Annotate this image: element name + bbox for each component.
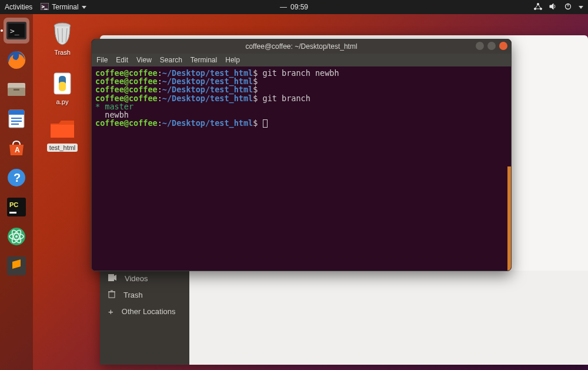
window-minimize-button[interactable] xyxy=(476,42,484,50)
files-app-icon[interactable] xyxy=(4,76,29,102)
app-menu[interactable]: >_ Terminal xyxy=(41,3,86,12)
apy-label: a.py xyxy=(54,98,71,106)
software-center-app-icon[interactable]: A xyxy=(4,135,29,161)
launcher-dock: >_ A ? PC xyxy=(0,14,33,370)
files-sidebar: Videos Trash + Other Locations xyxy=(100,271,189,365)
svg-text:?: ? xyxy=(14,171,21,184)
clock-separator: — xyxy=(280,3,287,11)
trash-icon xyxy=(49,21,75,47)
sidebar-item-trash[interactable]: Trash xyxy=(100,286,189,304)
terminal-command: git branch newbh xyxy=(258,68,339,78)
terminal-menubar: File Edit View Search Terminal Help xyxy=(92,54,511,66)
svg-rect-13 xyxy=(14,89,19,91)
test-html-label: test_html xyxy=(47,144,78,152)
svg-rect-15 xyxy=(9,110,24,115)
clock[interactable]: — 09:59 xyxy=(280,3,308,11)
app-menu-label: Terminal xyxy=(52,3,78,11)
pycharm-app-icon[interactable]: PC xyxy=(4,194,29,220)
clock-time: 09:59 xyxy=(290,3,308,11)
terminal-window[interactable]: coffee@coffee: ~/Desktop/test_html File … xyxy=(91,39,512,271)
folder-icon xyxy=(49,116,75,142)
trash-label: Trash xyxy=(52,48,73,56)
sidebar-item-label: Videos xyxy=(125,274,148,283)
atom-app-icon[interactable] xyxy=(4,224,29,249)
power-icon[interactable] xyxy=(564,3,572,12)
menu-edit[interactable]: Edit xyxy=(116,56,128,64)
svg-text:A: A xyxy=(15,146,20,154)
system-menu-caret-icon[interactable] xyxy=(579,6,583,9)
terminal-app-icon[interactable]: >_ xyxy=(4,18,29,44)
svg-text:PC: PC xyxy=(9,201,18,208)
terminal-command: git branch xyxy=(258,94,310,103)
svg-rect-38 xyxy=(109,292,115,298)
files-content-area[interactable] xyxy=(189,271,588,365)
terminal-scrollbar[interactable] xyxy=(507,166,511,271)
terminal-icon: >_ xyxy=(41,3,49,12)
sublime-app-icon[interactable] xyxy=(4,253,29,279)
svg-point-29 xyxy=(15,235,18,238)
top-panel: Activities >_ Terminal — 09:59 xyxy=(0,0,588,14)
svg-rect-24 xyxy=(9,212,16,214)
activities-button[interactable]: Activities xyxy=(5,3,32,11)
terminal-cursor xyxy=(263,119,268,128)
help-app-icon[interactable]: ? xyxy=(4,165,29,191)
network-icon[interactable] xyxy=(534,3,542,12)
caret-down-icon xyxy=(82,6,86,9)
menu-file[interactable]: File xyxy=(96,56,108,64)
menu-help[interactable]: Help xyxy=(225,56,240,64)
menu-terminal[interactable]: Terminal xyxy=(191,56,217,64)
sidebar-item-label: Other Locations xyxy=(122,307,176,316)
trash-small-icon xyxy=(108,290,115,300)
plus-icon: + xyxy=(108,307,113,316)
video-icon xyxy=(108,274,116,283)
writer-app-icon[interactable] xyxy=(4,106,29,132)
terminal-body[interactable]: coffee@coffee:~/Desktop/test_html$ git b… xyxy=(92,66,511,271)
sidebar-item-other-locations[interactable]: + Other Locations xyxy=(100,304,189,319)
test-html-desktop-icon[interactable]: test_html xyxy=(44,116,81,152)
volume-icon[interactable] xyxy=(549,3,557,12)
svg-text:>_: >_ xyxy=(10,26,19,35)
svg-rect-37 xyxy=(108,274,114,281)
menu-view[interactable]: View xyxy=(136,56,152,64)
menu-search[interactable]: Search xyxy=(160,56,182,64)
terminal-title: coffee@coffee: ~/Desktop/test_html xyxy=(245,42,357,51)
apy-desktop-icon[interactable]: a.py xyxy=(44,71,81,106)
trash-desktop-icon[interactable]: Trash xyxy=(44,21,81,56)
python-file-icon xyxy=(49,71,75,96)
firefox-app-icon[interactable] xyxy=(4,47,29,73)
terminal-titlebar[interactable]: coffee@coffee: ~/Desktop/test_html xyxy=(92,39,511,54)
sidebar-item-label: Trash xyxy=(123,291,143,299)
svg-rect-36 xyxy=(51,125,74,138)
window-close-button[interactable] xyxy=(499,42,507,50)
svg-text:>_: >_ xyxy=(42,4,48,9)
sidebar-item-videos[interactable]: Videos xyxy=(100,271,189,286)
window-maximize-button[interactable] xyxy=(487,42,496,50)
